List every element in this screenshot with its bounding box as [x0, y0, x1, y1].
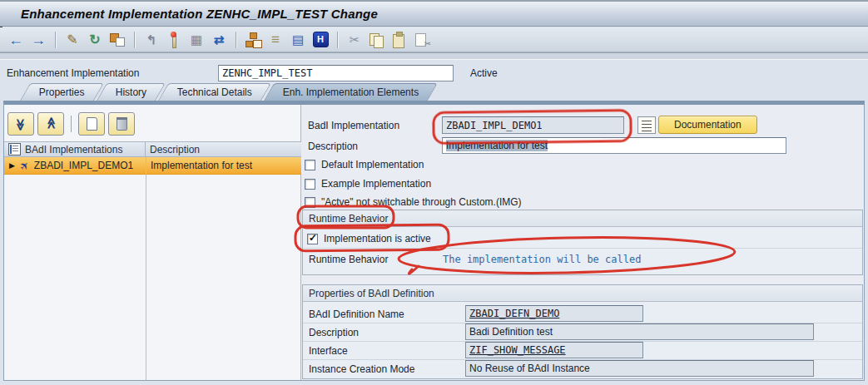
refresh-icon[interactable]: ↻	[86, 31, 104, 49]
back-icon[interactable]: ←	[7, 31, 25, 49]
description-input[interactable]: Implementation for test	[442, 137, 786, 154]
tree-column-implementations[interactable]: BAdI Implementations	[4, 142, 146, 156]
row-expander-icon[interactable]: ▶	[9, 161, 15, 170]
collapse-all-icon: ≫	[44, 119, 57, 130]
main-panel: ≫ ≫ BAdI Implementations Description	[3, 101, 865, 381]
checkbox-example-implementation[interactable]: Example Implementation	[305, 178, 431, 190]
hierarchy-icon[interactable]	[244, 32, 262, 48]
copy-icon[interactable]	[368, 32, 386, 48]
tree-column-divider	[146, 157, 146, 380]
edit-icon[interactable]: ✎	[63, 31, 82, 49]
checkbox-default-implementation[interactable]: Default Implementation	[305, 159, 424, 170]
forward-icon[interactable]: →	[29, 31, 47, 49]
tab-technical-details[interactable]: Technical Details	[158, 83, 271, 101]
badi-implementation-field[interactable]: ZBADI_IMPL_DEMO1	[442, 116, 624, 134]
documentation-button[interactable]: Documentation	[658, 116, 757, 134]
implementation-description: Implementation for test	[151, 160, 252, 171]
tree-toolbar: ≫ ≫	[7, 112, 135, 136]
interface-label: Interface	[309, 345, 348, 357]
toolbar-separator	[236, 32, 236, 48]
status-strip	[0, 52, 868, 60]
tree-column-description[interactable]: Description	[146, 142, 301, 156]
toolbar-separator	[71, 116, 72, 132]
runtime-behavior-groupbox: Runtime Behavior ✓ Implementation is act…	[302, 210, 863, 275]
runtime-behavior-title: Runtime Behavior	[303, 210, 862, 227]
checkbox-box[interactable]	[305, 197, 315, 208]
badi-implementations-tree: ≫ ≫ BAdI Implementations Description	[4, 105, 301, 380]
toolbar: ← → ✎ ↻ ↰ ▦ ⇄ ≡ ▤ H ✂ ✂	[0, 27, 868, 52]
checkbox-box[interactable]	[305, 179, 315, 190]
documentation-icon[interactable]	[637, 116, 656, 134]
table-icon[interactable]: ▤	[289, 31, 307, 49]
delete-button[interactable]	[108, 112, 135, 136]
navigate-icon[interactable]: ⇄	[210, 31, 228, 49]
page-title: Enhancement Implementation ZENHC_IMPL_TE…	[21, 7, 378, 21]
tree-header: BAdI Implementations Description	[4, 141, 301, 157]
activate-icon[interactable]	[165, 32, 183, 48]
paste-special-icon[interactable]: ✂	[413, 32, 431, 48]
tab-properties[interactable]: Properties	[20, 83, 104, 101]
instance-creation-mode-field[interactable]: No Reuse of BAdI Instance	[465, 360, 814, 377]
tab-enh-implementation-elements[interactable]: Enh. Implementation Elements	[264, 83, 439, 101]
badi-definition-groupbox: Properties of BAdI Definition BAdI Defin…	[302, 284, 863, 379]
test-icon[interactable]: ▦	[187, 31, 206, 49]
toolbar-separator	[337, 32, 338, 48]
info-icon[interactable]: H	[311, 31, 330, 49]
tree-list-icon	[8, 143, 21, 155]
description-label: Description	[308, 141, 358, 152]
definition-description-field[interactable]: Badi Definition test	[465, 323, 814, 340]
enhancement-implementation-label: Enhancement Implementation	[7, 67, 139, 79]
toolbar-separator	[55, 32, 56, 48]
new-document-icon	[87, 117, 97, 131]
cut-icon[interactable]: ✂	[345, 31, 364, 49]
tree-row[interactable]: ▶ ✈ ZBADI_IMPL_DEMO1 Implementation for …	[4, 157, 301, 175]
layers-icon[interactable]: ≡	[266, 31, 285, 49]
enhancement-implementation-input[interactable]: ZENHC_IMPL_TEST	[218, 65, 454, 81]
status-active-label: Active	[470, 67, 498, 79]
tab-history[interactable]: History	[97, 83, 166, 101]
tab-strip: Properties History Technical Details Enh…	[25, 83, 434, 101]
checkbox-box[interactable]	[305, 160, 315, 170]
where-used-icon[interactable]: ↰	[142, 31, 161, 49]
checkbox-box[interactable]: ✓	[307, 234, 318, 244]
runtime-behavior-value: The implementation will be called	[443, 254, 641, 265]
toolbar-separator	[134, 32, 135, 48]
badi-definition-name-label: BAdI Definition Name	[309, 308, 404, 320]
expand-all-button[interactable]: ≫	[7, 112, 34, 136]
badi-definition-title: Properties of BAdI Definition	[303, 285, 862, 302]
implementation-form: BadI Implementation ZBADI_IMPL_DEMO1 Doc…	[302, 105, 864, 380]
trash-icon	[117, 117, 127, 131]
instance-creation-mode-label: Instance Creation Mode	[309, 363, 414, 375]
paste-icon[interactable]	[390, 32, 409, 48]
title-bar: Enhancement Implementation ZENHC_IMPL_TE…	[0, 0, 868, 27]
copy-object-icon[interactable]	[108, 32, 126, 48]
checkbox-active-not-switchable[interactable]: "Actve" not switchable through Custom.(I…	[305, 196, 522, 208]
expand-all-icon: ≫	[14, 119, 27, 130]
create-button[interactable]	[78, 112, 105, 136]
runtime-behavior-label: Runtime Behavior	[309, 254, 388, 265]
definition-description-label: Description	[309, 327, 359, 338]
sap-window: Enhancement Implementation ZENHC_IMPL_TE…	[0, 0, 868, 385]
implementation-icon: ✈	[17, 158, 32, 173]
collapse-all-button[interactable]: ≫	[37, 112, 64, 136]
interface-field[interactable]: ZIF_SHOW_MESSAGE	[465, 342, 643, 358]
checkbox-implementation-is-active[interactable]: ✓ Implementation is active	[307, 233, 431, 244]
badi-definition-name-field[interactable]: ZBADI_DEFN_DEMO	[465, 305, 643, 322]
implementation-name: ZBADI_IMPL_DEMO1	[34, 160, 133, 171]
row-separator	[303, 248, 862, 249]
badi-implementation-label: BadI Implementation	[308, 120, 399, 131]
